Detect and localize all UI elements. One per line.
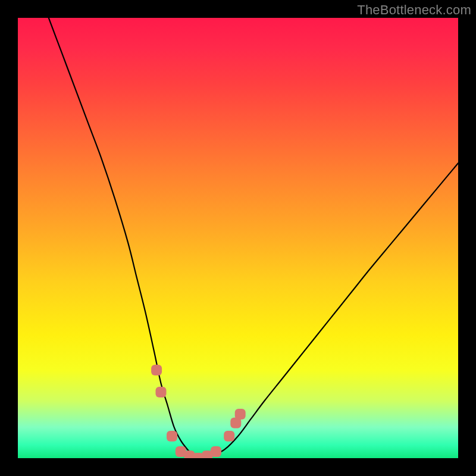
chart-curve bbox=[49, 18, 458, 458]
chart-plot-area bbox=[18, 18, 458, 458]
chart-marker bbox=[167, 431, 177, 441]
watermark-text: TheBottleneck.com bbox=[357, 2, 471, 18]
chart-frame: TheBottleneck.com bbox=[0, 0, 476, 476]
chart-marker bbox=[224, 431, 234, 441]
chart-marker bbox=[211, 446, 221, 457]
chart-marker bbox=[235, 409, 246, 419]
chart-marker bbox=[151, 365, 162, 375]
chart-marker bbox=[156, 387, 167, 397]
chart-svg bbox=[18, 18, 458, 458]
